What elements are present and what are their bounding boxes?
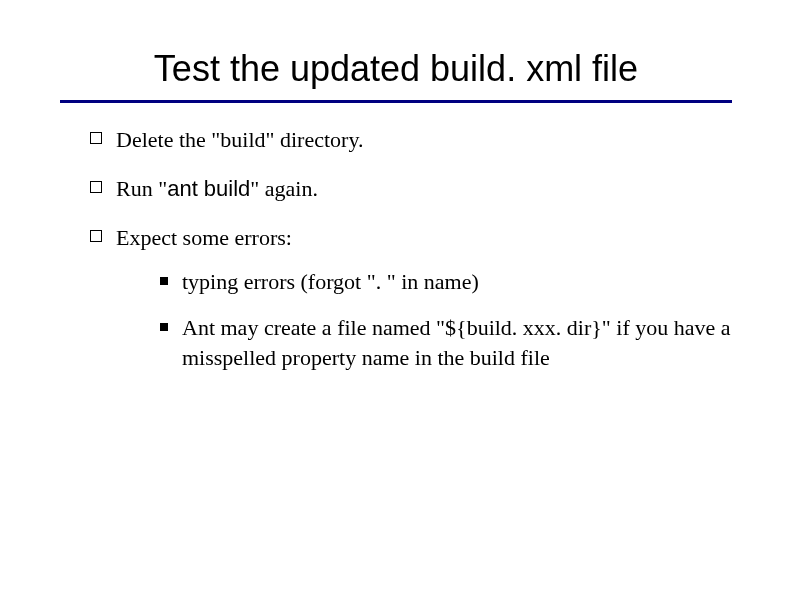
command-text: ant build [167,176,250,201]
bullet-item-1: Delete the "build" directory. [90,125,732,156]
page-title: Test the updated build. xml file [60,48,732,90]
sub-bullet-item-2: Ant may create a file named "${build. xx… [160,313,732,372]
bullet-text-post: " again. [250,176,318,201]
sub-bullet-item-1: typing errors (forgot ". " in name) [160,267,732,297]
title-underline [60,100,732,103]
bullet-item-3: Expect some errors: typing errors (forgo… [90,223,732,373]
bullet-text: Delete the "build" directory. [116,127,363,152]
bullet-text-pre: Run " [116,176,167,201]
sub-bullet-text: Ant may create a file named "${build. xx… [182,315,731,370]
bullet-list: Delete the "build" directory. Run "ant b… [60,125,732,372]
bullet-text: Expect some errors: [116,225,292,250]
bullet-item-2: Run "ant build" again. [90,174,732,205]
slide: Test the updated build. xml file Delete … [0,0,792,612]
sub-bullet-text: typing errors (forgot ". " in name) [182,269,479,294]
sub-bullet-list: typing errors (forgot ". " in name) Ant … [116,267,732,372]
